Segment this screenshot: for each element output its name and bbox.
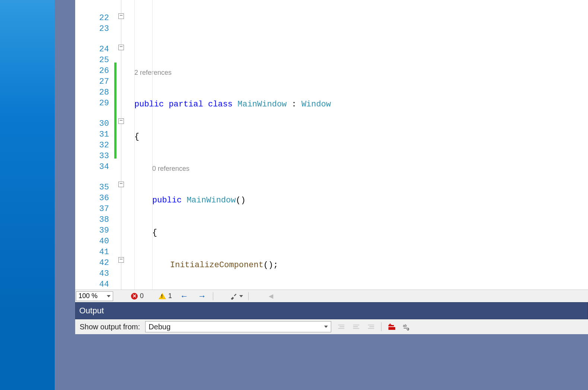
- line-num: 29: [75, 98, 114, 109]
- indent-left-icon[interactable]: [336, 322, 346, 332]
- clear-all-icon[interactable]: [387, 322, 396, 332]
- line-num: 33: [75, 151, 114, 162]
- error-count: 0: [140, 292, 144, 300]
- line-num: 40: [75, 236, 114, 247]
- line-num: 38: [75, 214, 114, 225]
- fold-toggle-icon[interactable]: −: [118, 257, 124, 263]
- nav-forward-button[interactable]: →: [196, 291, 208, 301]
- separator: [248, 292, 249, 300]
- fold-toggle-icon[interactable]: −: [118, 45, 124, 50]
- fold-toggle-icon[interactable]: −: [118, 13, 124, 19]
- line-num: 42: [75, 258, 114, 268]
- output-panel-title: Output: [79, 306, 104, 316]
- warning-count: 1: [168, 292, 172, 300]
- line-num: 22: [75, 13, 114, 23]
- line-num: 36: [75, 193, 114, 204]
- separator: [213, 292, 213, 300]
- word-wrap-icon[interactable]: ab: [402, 322, 411, 332]
- code-text-area[interactable]: 2 references public partial class MainWi…: [128, 0, 588, 290]
- zoom-value: 100 %: [79, 292, 98, 300]
- indent-right-icon[interactable]: [351, 322, 361, 332]
- chevron-down-icon: [239, 295, 243, 297]
- desktop-background: [0, 0, 55, 390]
- line-num: 39: [75, 225, 114, 236]
- outlining-margin[interactable]: − − − − −: [117, 0, 128, 290]
- code-editor[interactable]: 22 23 24 25 26 27 28 29 30 31 32 33 34 3…: [75, 0, 588, 290]
- scroll-left-icon[interactable]: ◀: [269, 292, 273, 300]
- chevron-down-icon: [107, 295, 111, 297]
- outdent-icon[interactable]: [366, 322, 376, 332]
- line-num: 24: [75, 44, 114, 55]
- output-source-label: Show output from:: [80, 323, 140, 331]
- output-source-value: Debug: [148, 323, 170, 331]
- output-source-dropdown[interactable]: Debug: [145, 321, 331, 332]
- line-num: 35: [75, 182, 114, 193]
- line-num: 28: [75, 87, 114, 98]
- codelens-references[interactable]: 2 references: [128, 68, 588, 77]
- ide-frame: 22 23 24 25 26 27 28 29 30 31 32 33 34 3…: [55, 0, 588, 390]
- line-num: 23: [75, 23, 114, 34]
- nav-back-button[interactable]: ←: [179, 291, 190, 301]
- line-num: 32: [75, 140, 114, 151]
- fold-toggle-icon[interactable]: −: [118, 182, 124, 187]
- codelens-references[interactable]: 0 references: [128, 164, 588, 173]
- line-num: 27: [75, 76, 114, 87]
- editor-status-bar: 100 % ✕ 0 1 ← → ◀: [75, 290, 588, 302]
- line-num: 37: [75, 204, 114, 214]
- output-toolbar: Show output from: Debug ab: [75, 319, 588, 334]
- zoom-dropdown[interactable]: 100 %: [76, 291, 113, 301]
- line-num: 34: [75, 162, 114, 172]
- cleanup-dropdown[interactable]: [230, 292, 243, 300]
- line-num: 25: [75, 55, 114, 65]
- line-num: 31: [75, 129, 114, 140]
- line-num: 41: [75, 247, 114, 258]
- line-num: 26: [75, 65, 114, 76]
- fold-toggle-icon[interactable]: −: [118, 118, 124, 124]
- chevron-down-icon: [324, 326, 328, 328]
- error-icon[interactable]: ✕: [131, 293, 138, 300]
- svg-text:ab: ab: [403, 324, 407, 327]
- line-num: 43: [75, 268, 114, 279]
- line-num: 44: [75, 279, 114, 290]
- line-num: 30: [75, 118, 114, 129]
- output-panel-header[interactable]: Output: [75, 302, 588, 319]
- warning-icon[interactable]: [159, 293, 166, 299]
- change-tracking-margin: [114, 0, 117, 290]
- line-number-gutter: 22 23 24 25 26 27 28 29 30 31 32 33 34 3…: [75, 0, 114, 290]
